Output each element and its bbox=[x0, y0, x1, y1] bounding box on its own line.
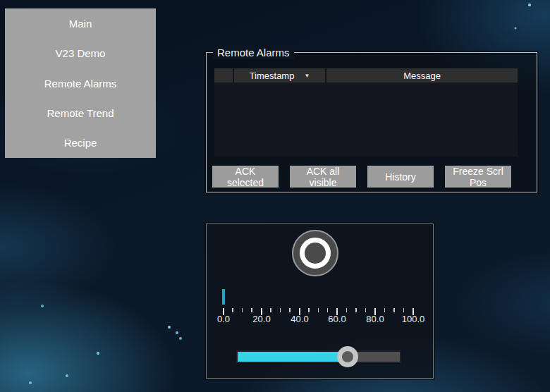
tick-label-40: 40.0 bbox=[291, 314, 308, 324]
slider-track[interactable] bbox=[238, 352, 400, 362]
tick-label-20: 20.0 bbox=[252, 314, 270, 324]
gauge-major-ticks bbox=[223, 308, 415, 315]
alarm-button-row: ACK selected ACK all visible History Fre… bbox=[212, 166, 511, 188]
sidebar-item-main[interactable]: Main bbox=[5, 8, 156, 38]
sidebar-item-v23-demo[interactable]: V23 Demo bbox=[5, 38, 156, 68]
history-button[interactable]: History bbox=[367, 166, 434, 188]
groupbox-title: Remote Alarms bbox=[213, 46, 294, 59]
sidebar-item-recipe[interactable]: Recipe bbox=[5, 128, 156, 158]
tick-label-60: 60.0 bbox=[328, 314, 346, 324]
sidebar-nav: Main V23 Demo Remote Alarms Remote Trend… bbox=[5, 8, 156, 158]
gauge-pointer bbox=[222, 289, 225, 305]
sidebar-item-remote-alarms[interactable]: Remote Alarms bbox=[5, 68, 156, 98]
tick-label-0: 0.0 bbox=[217, 314, 230, 324]
column-header-message[interactable]: Message bbox=[326, 68, 518, 82]
alarm-table-header: Timestamp ▼ Message bbox=[214, 68, 518, 82]
sort-descending-icon[interactable]: ▼ bbox=[304, 73, 310, 79]
tick-label-100: 100.0 bbox=[402, 314, 425, 324]
column-header-timestamp[interactable]: Timestamp ▼ bbox=[234, 68, 325, 82]
alarm-table: Timestamp ▼ Message bbox=[214, 68, 518, 157]
ack-all-visible-button[interactable]: ACK all visible bbox=[290, 166, 356, 188]
freeze-scroll-pos-button[interactable]: Freeze Scrl Pos bbox=[445, 166, 511, 188]
alarm-list-body[interactable] bbox=[214, 82, 518, 157]
tick-label-80: 80.0 bbox=[366, 314, 384, 324]
ack-selected-button[interactable]: ACK selected bbox=[212, 166, 279, 188]
round-push-button[interactable] bbox=[292, 230, 338, 276]
control-panel: 0.0 20.0 40.0 60.0 80.0 100.0 bbox=[206, 223, 434, 379]
slider-knob[interactable] bbox=[337, 346, 358, 367]
column-header-select bbox=[214, 68, 233, 82]
timestamp-header-label: Timestamp bbox=[250, 71, 295, 81]
slider-fill bbox=[238, 352, 340, 362]
push-button-indicator-ring bbox=[300, 238, 331, 269]
sidebar-item-remote-trend[interactable]: Remote Trend bbox=[5, 98, 156, 128]
remote-alarms-groupbox: Remote Alarms Timestamp ▼ Message ACK se… bbox=[206, 52, 537, 192]
hmi-screen: Main V23 Demo Remote Alarms Remote Trend… bbox=[0, 0, 550, 392]
